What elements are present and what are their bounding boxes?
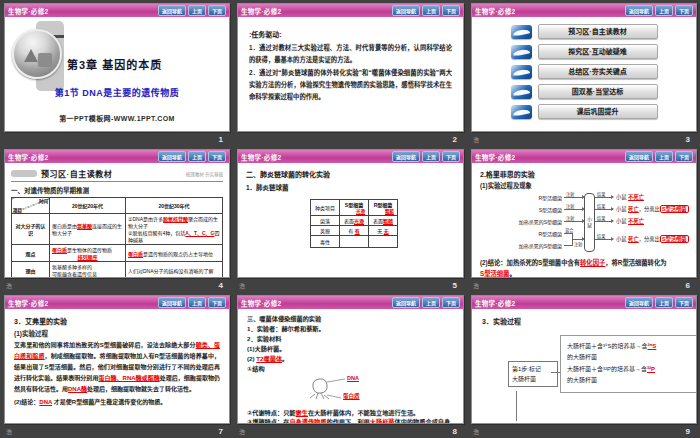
slide-header-bar: 生物学·必修2 返回导航 上页 下页 <box>5 4 229 18</box>
sub-title: (1)实验过程 <box>14 328 220 338</box>
task-item-1: 1．通过对教材三大实验过程、方法、时代背景等的分析，认同科学结论的获得，最基本的… <box>249 42 452 67</box>
nav-prev-button[interactable]: 上页 <box>422 297 440 308</box>
nav-next-button[interactable]: 下页 <box>208 297 226 308</box>
section-pill <box>11 170 37 177</box>
slide-thumbnail-5[interactable]: 生物学·必修2 返回导航 上页 下页 二、肺炎链球菌的转化实验 1．肺炎链球菌 … <box>233 146 467 292</box>
sub-title: (1)实验过程及现象 <box>480 181 688 190</box>
cell-1930s-reason: 人们对DNA分子的结构没有清晰的了解 <box>126 262 223 278</box>
mouse-box: 小鼠 <box>584 193 595 252</box>
page-number: 2 <box>453 135 457 144</box>
nav-home-button[interactable]: 返回导航 <box>158 151 186 162</box>
nav-prev-button[interactable]: 上页 <box>655 5 673 16</box>
nav-prev-button[interactable]: 上页 <box>188 5 206 16</box>
conclusion: (2)结论：DNA 才是使R型细菌产生稳定遗传变化的物质。 <box>14 397 220 408</box>
nav-prev-button[interactable]: 上页 <box>188 297 206 308</box>
phage-figure: DNA 蛋白质 <box>305 375 454 407</box>
cell-1930s-viewpoint: 蛋白质是遗传物质的观点仍占主导地位 <box>126 245 223 262</box>
table-row: 荚膜 有 有 无 无 <box>311 226 398 236</box>
nav-next-button[interactable]: 下页 <box>442 151 460 162</box>
brand-label: 生物学·必修2 <box>475 6 515 16</box>
thumbnail-footer: 浩 7 <box>4 424 230 438</box>
watermark: 浩 <box>473 135 479 144</box>
nav-home-button[interactable]: 返回导航 <box>392 297 420 308</box>
slide-header-bar: 生物学·必修2 返回导航 上页 下页 <box>238 150 463 164</box>
metabolism-line: ②代谢特点：只能寄生在大肠杆菌体内，不能独立地进行生活。 <box>247 408 454 418</box>
thumbnail-footer: 浩 6 <box>471 278 697 292</box>
nav-home-button[interactable]: 返回导航 <box>158 297 186 308</box>
nav-next-button[interactable]: 下页 <box>675 151 693 162</box>
nav-next-button[interactable]: 下页 <box>442 5 460 16</box>
col-header-r-type: R型细菌粗糙 <box>369 200 398 216</box>
menu-label[interactable]: 预习区·自主读教材 <box>538 24 658 39</box>
brand-label: 生物学·必修2 <box>475 152 515 162</box>
slide-thumbnail-9[interactable]: 生物学·必修2 返回导航 上页 下页 3．实验过程 第1步:标记大肠杆菌 大肠杆… <box>467 292 700 438</box>
nav-next-button[interactable]: 下页 <box>675 297 693 308</box>
labeling-flow-diagram: 第1步:标记大肠杆菌 大肠杆菌＋含³⁵S的培养基→含³⁵S 的大肠杆菌 大肠杆菌… <box>482 329 686 421</box>
nav-prev-button[interactable]: 上页 <box>655 297 673 308</box>
nav-home-button[interactable]: 返回导航 <box>625 5 653 16</box>
task-heading: :任务驱动: <box>249 29 452 39</box>
slide-thumbnail-1[interactable]: 生物学·必修2 返回导航 上页 下页 第3章 基因的本质 第1节 DNA是主要的… <box>0 0 233 146</box>
menu-item-quiz[interactable]: 固双基·当堂达标 <box>472 84 696 99</box>
phage-line: (2) T2噬菌体。 <box>247 354 454 364</box>
topic-title: 3．艾弗里的实验 <box>14 316 220 326</box>
nav-prev-button[interactable]: 上页 <box>422 5 440 16</box>
brand-label: 生物学·必修2 <box>8 152 48 162</box>
nav-home-button[interactable]: 返回导航 <box>392 5 420 16</box>
cell-1920s-reason: 氨基酸多种多样的可能蕴含着遗传信息 <box>50 262 126 278</box>
menu-item-explore[interactable]: 探究区·互动破疑难 <box>472 44 696 59</box>
swoosh-icon <box>511 45 532 59</box>
site-credit: 第一PPT模板网-WWW.1PPT.COM <box>5 113 229 123</box>
slide-thumbnail-6[interactable]: 生物学·必修2 返回导航 上页 下页 2.格里菲思的实验 (1)实验过程及现象 … <box>467 146 700 292</box>
menu-label[interactable]: 探究区·互动破疑难 <box>538 44 658 59</box>
watermark: 浩 <box>6 281 12 290</box>
nav-next-button[interactable]: 下页 <box>208 151 226 162</box>
menu-label[interactable]: 总结区·夯实关键点 <box>538 64 658 79</box>
col-header-s-type: S型细菌光滑 <box>340 200 369 216</box>
phage-sketch <box>305 375 375 405</box>
table-row: 毒性 <box>311 236 398 248</box>
menu-item-summary[interactable]: 总结区·夯实关键点 <box>472 64 696 79</box>
nav-next-button[interactable]: 下页 <box>208 5 226 16</box>
slide-thumbnail-4[interactable]: 生物学·必修2 返回导航 上页 下页 预习区·自主读教材 梳理教材 夯实基础 一… <box>0 146 233 292</box>
nav-home-button[interactable]: 返回导航 <box>625 297 653 308</box>
nav-prev-button[interactable]: 上页 <box>655 151 673 162</box>
chapter-title: 第3章 基因的本质 <box>67 56 162 72</box>
nav-prev-button[interactable]: 上页 <box>188 151 206 162</box>
table-row: 理由 氨基酸多种多样的可能蕴含着遗传信息 人们对DNA分子的结构没有清晰的了解 <box>12 262 223 278</box>
menu-item-preview[interactable]: 预习区·自主读教材 <box>472 24 696 39</box>
ecoli-line: (1)大肠杆菌。 <box>247 344 454 354</box>
flow-line-down <box>516 391 517 421</box>
nav-next-button[interactable]: 下页 <box>442 297 460 308</box>
swoosh-icon <box>511 25 532 39</box>
avery-paragraph: 艾弗里和他的同事将加热致死的S型细菌破碎后，设法去除绝大部分糖类、蛋白质和脂质，… <box>14 340 220 395</box>
slide-thumbnail-7[interactable]: 生物学·必修2 返回导航 上页 下页 3．艾弗里的实验 (1)实验过程 艾弗里和… <box>0 292 233 438</box>
topic-title: 一、对遗传物质的早期推测 <box>11 185 223 195</box>
nav-home-button[interactable]: 返回导航 <box>625 151 653 162</box>
nav-next-button[interactable]: 下页 <box>675 5 693 16</box>
nav-prev-button[interactable]: 上页 <box>422 151 440 162</box>
watermark: 浩 <box>239 281 245 290</box>
col-header-1920s: 20世纪20年代 <box>50 198 126 214</box>
section-title: 第1节 DNA是主要的遗传物质 <box>5 86 229 99</box>
slide-header-bar: 生物学·必修2 返回导航 上页 下页 <box>5 296 229 310</box>
menu-label[interactable]: 固双基·当堂达标 <box>538 84 658 99</box>
slide-thumbnail-2[interactable]: 生物学·必修2 返回导航 上页 下页 :任务驱动: 1．通过对教材三大实验过程、… <box>233 0 467 146</box>
menu-item-homework[interactable]: 课后巩固提升 <box>472 104 696 119</box>
page-number: 3 <box>686 135 690 144</box>
swoosh-icon <box>511 65 532 79</box>
nav-home-button[interactable]: 返回导航 <box>392 151 420 162</box>
menu-label[interactable]: 课后巩固提升 <box>538 104 658 119</box>
thumbnail-footer: 浩 9 <box>471 424 697 438</box>
reproduction-line: ③增殖特点：在自身遗传物质的作用下，利用大肠杆菌体内的物质合成自身的组成成分。 <box>247 417 454 423</box>
brand-label: 生物学·必修2 <box>8 298 48 308</box>
page-number: 6 <box>686 281 690 290</box>
slide-thumbnail-3[interactable]: 生物学·必修2 返回导航 上页 下页 预习区·自主读教材 探究区·互动破疑难 总… <box>467 0 700 146</box>
table-row: 菌落 表面光滑 表面粗糙 <box>311 216 398 226</box>
slide-header-bar: 生物学·必修2 返回导航 上页 下页 <box>472 296 696 310</box>
table-corner: 时间 项目 <box>12 198 50 214</box>
nav-home-button[interactable]: 返回导航 <box>158 5 186 16</box>
griffith-diagram: R型活细菌 S型活细菌 加热杀死的S型细菌 R型活细菌 加热杀死的S型细菌 注射… <box>492 192 688 254</box>
swoosh-icon <box>511 85 532 99</box>
slide-thumbnail-8[interactable]: 生物学·必修2 返回导航 上页 下页 三、噬菌体侵染细菌的实验 1．实验者：赫尔… <box>233 292 467 438</box>
